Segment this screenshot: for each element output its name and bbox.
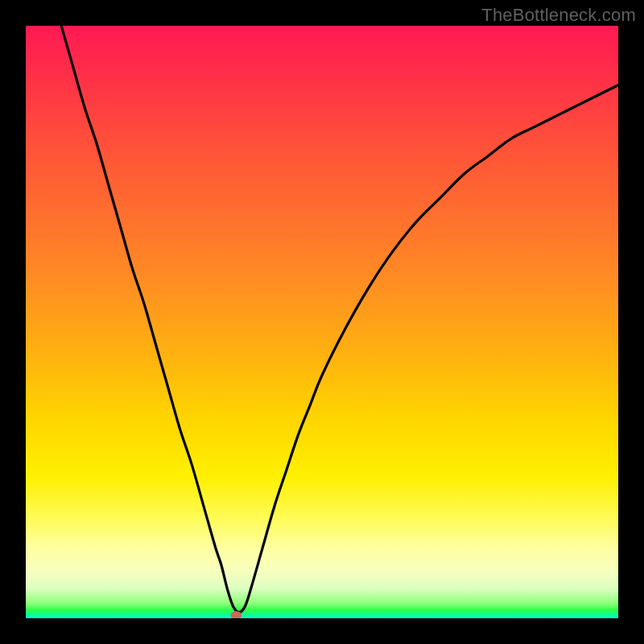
plot-area xyxy=(26,26,618,618)
watermark-text: TheBottleneck.com xyxy=(481,5,636,26)
chart-frame: TheBottleneck.com xyxy=(0,0,644,644)
bottleneck-curve xyxy=(61,26,618,613)
curve-svg xyxy=(26,26,618,618)
